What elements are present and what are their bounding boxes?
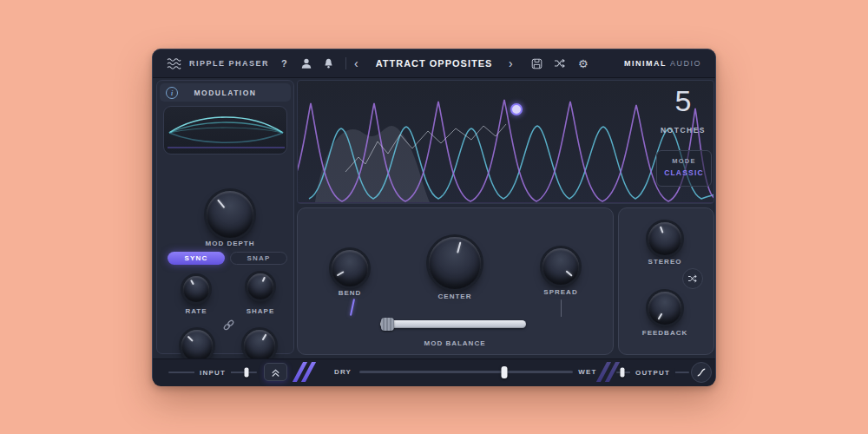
saturation-curve-icon: [695, 366, 707, 378]
randomize-knob[interactable]: [181, 330, 213, 361]
link-icon[interactable]: [222, 319, 235, 335]
phaser-curves: [298, 81, 714, 204]
rate-label: RATE: [185, 307, 207, 315]
spread-label: SPREAD: [543, 288, 577, 296]
brand-logo: MINIMAL AUDIO: [624, 49, 701, 77]
output-gain-slider[interactable]: OUTPUT: [616, 364, 689, 381]
output-label: OUTPUT: [630, 369, 675, 377]
bend-knob[interactable]: [332, 250, 368, 286]
crossfeed-swap-button[interactable]: [682, 268, 703, 289]
mod-position-dot[interactable]: [510, 103, 523, 115]
soft-clip-button[interactable]: [691, 362, 712, 383]
mod-balance-label: MOD BALANCE: [424, 339, 486, 347]
snap-toggle[interactable]: SNAP: [230, 252, 287, 265]
decorative-slashes-left: [292, 362, 316, 382]
stereo-knob[interactable]: [648, 222, 681, 255]
header-divider: [345, 57, 346, 69]
notifications-bell-icon[interactable]: [323, 49, 334, 77]
center-label: CENTER: [438, 293, 472, 300]
output-slider-handle[interactable]: [620, 368, 624, 378]
input-gain-slider[interactable]: INPUT: [168, 364, 257, 381]
input-label: INPUT: [194, 369, 231, 377]
mod-waveform-display[interactable]: [163, 106, 287, 155]
offset-knob[interactable]: [244, 330, 275, 361]
shape-knob[interactable]: [247, 273, 273, 299]
randomize-preset-shuffle-icon[interactable]: [554, 49, 566, 77]
modulation-panel: i MODULATION MOD DEPTH SYNC SNAP RATE SH…: [156, 80, 294, 354]
expand-panel-button[interactable]: [264, 363, 287, 381]
save-preset-icon[interactable]: [531, 49, 542, 77]
plugin-window: RIPPLE PHASER ? ‹ ATTRACT OPPOSITES ›: [152, 49, 716, 385]
header-bar: RIPPLE PHASER ? ‹ ATTRACT OPPOSITES ›: [153, 49, 715, 78]
center-knob[interactable]: [429, 237, 481, 289]
notches-label: NOTCHES: [661, 126, 706, 135]
dry-wet-handle[interactable]: [502, 366, 508, 378]
account-icon[interactable]: [300, 49, 312, 77]
plugin-title: RIPPLE PHASER: [189, 49, 269, 77]
logo-waves-icon: [167, 49, 181, 77]
preset-name[interactable]: ATTRACT OPPOSITES: [376, 49, 493, 77]
modulation-title: MODULATION: [160, 89, 291, 97]
stereo-label: STEREO: [648, 258, 682, 266]
brand-secondary: AUDIO: [670, 59, 701, 68]
double-chevron-up-icon: [270, 367, 281, 378]
sync-toggle[interactable]: SYNC: [168, 252, 225, 265]
feedback-label: FEEDBACK: [642, 329, 687, 337]
swap-arrows-icon: [687, 274, 698, 283]
help-icon[interactable]: ?: [281, 49, 287, 77]
preset-prev-button[interactable]: ‹: [354, 49, 358, 77]
shape-label: SHAPE: [247, 307, 275, 315]
mod-depth-label: MOD DEPTH: [206, 240, 255, 247]
wet-label: WET: [578, 368, 596, 376]
phaser-display-canvas[interactable]: [297, 80, 714, 204]
dry-label: DRY: [334, 368, 352, 376]
dry-wet-slider[interactable]: [359, 371, 573, 373]
bend-label: BEND: [339, 289, 362, 297]
mod-balance-handle[interactable]: [381, 318, 394, 331]
settings-gear-icon[interactable]: ⚙: [578, 49, 589, 77]
spread-value-indicator: [561, 299, 562, 317]
preset-next-button[interactable]: ›: [509, 49, 513, 77]
mode-selector[interactable]: MODE CLASSIC: [656, 150, 712, 187]
input-slider-handle[interactable]: [244, 368, 248, 378]
info-icon[interactable]: i: [166, 87, 178, 99]
feedback-knob[interactable]: [648, 292, 681, 325]
mode-label: MODE: [672, 157, 695, 165]
spread-knob[interactable]: [542, 248, 579, 285]
modulation-header: i MODULATION: [160, 83, 291, 102]
mode-value: CLASSIC: [664, 168, 704, 177]
rate-knob[interactable]: [183, 276, 209, 302]
mod-balance-slider[interactable]: [380, 320, 526, 328]
brand-primary: MINIMAL: [624, 59, 667, 68]
mod-depth-knob[interactable]: [207, 191, 253, 238]
notches-value[interactable]: 5: [675, 84, 692, 118]
